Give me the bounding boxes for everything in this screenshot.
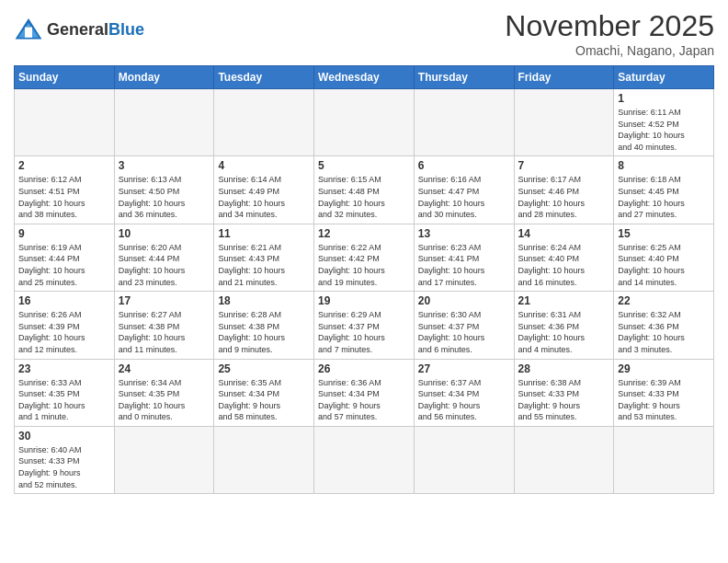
day-number: 26: [318, 362, 410, 375]
day-number: 4: [218, 159, 310, 172]
calendar-cell: 21Sunrise: 6:31 AM Sunset: 4:36 PM Dayli…: [514, 292, 614, 359]
cell-content: Sunrise: 6:17 AM Sunset: 4:46 PM Dayligh…: [518, 174, 610, 220]
cell-content: Sunrise: 6:23 AM Sunset: 4:41 PM Dayligh…: [418, 242, 510, 288]
day-number: 25: [218, 362, 310, 375]
day-number: 3: [119, 159, 210, 172]
day-number: 12: [318, 227, 410, 240]
calendar-cell: 20Sunrise: 6:30 AM Sunset: 4:37 PM Dayli…: [414, 292, 514, 359]
day-number: 28: [518, 362, 610, 375]
calendar-cell: [114, 426, 214, 493]
day-number: 30: [18, 430, 110, 442]
header: GeneralBlue November 2025 Omachi, Nagano…: [14, 9, 714, 58]
calendar-cell: 6Sunrise: 6:16 AM Sunset: 4:47 PM Daylig…: [414, 156, 514, 224]
cell-content: Sunrise: 6:14 AM Sunset: 4:49 PM Dayligh…: [218, 174, 310, 220]
calendar-cell: 7Sunrise: 6:17 AM Sunset: 4:46 PM Daylig…: [514, 156, 614, 224]
day-number: 24: [119, 362, 210, 375]
day-number: 15: [618, 227, 710, 240]
calendar-cell: [414, 89, 514, 156]
cell-content: Sunrise: 6:33 AM Sunset: 4:35 PM Dayligh…: [18, 377, 110, 423]
calendar-cell: 2Sunrise: 6:12 AM Sunset: 4:51 PM Daylig…: [15, 156, 115, 224]
calendar-header-row: SundayMondayTuesdayWednesdayThursdayFrid…: [15, 66, 714, 89]
cell-content: Sunrise: 6:15 AM Sunset: 4:48 PM Dayligh…: [318, 174, 410, 220]
svg-rect-2: [25, 28, 32, 38]
cell-content: Sunrise: 6:35 AM Sunset: 4:34 PM Dayligh…: [218, 377, 310, 423]
cell-content: Sunrise: 6:20 AM Sunset: 4:44 PM Dayligh…: [119, 242, 210, 288]
cell-content: Sunrise: 6:34 AM Sunset: 4:35 PM Dayligh…: [119, 377, 210, 423]
calendar-cell: 29Sunrise: 6:39 AM Sunset: 4:33 PM Dayli…: [614, 359, 714, 426]
cell-content: Sunrise: 6:31 AM Sunset: 4:36 PM Dayligh…: [518, 309, 610, 355]
cell-content: Sunrise: 6:24 AM Sunset: 4:40 PM Dayligh…: [518, 242, 610, 288]
day-number: 5: [318, 159, 410, 172]
calendar-cell: 30Sunrise: 6:40 AM Sunset: 4:33 PM Dayli…: [15, 426, 115, 493]
day-number: 27: [418, 362, 510, 375]
cell-content: Sunrise: 6:30 AM Sunset: 4:37 PM Dayligh…: [418, 309, 510, 355]
calendar-cell: 16Sunrise: 6:26 AM Sunset: 4:39 PM Dayli…: [15, 292, 115, 359]
calendar-cell: [614, 426, 714, 493]
cell-content: Sunrise: 6:38 AM Sunset: 4:33 PM Dayligh…: [518, 377, 610, 423]
day-number: 16: [18, 294, 110, 307]
calendar-cell: 27Sunrise: 6:37 AM Sunset: 4:34 PM Dayli…: [414, 359, 514, 426]
cell-content: Sunrise: 6:37 AM Sunset: 4:34 PM Dayligh…: [418, 377, 510, 423]
day-number: 21: [518, 294, 610, 307]
calendar-cell: 12Sunrise: 6:22 AM Sunset: 4:42 PM Dayli…: [314, 224, 415, 291]
cell-content: Sunrise: 6:28 AM Sunset: 4:38 PM Dayligh…: [218, 309, 310, 355]
week-row-5: 30Sunrise: 6:40 AM Sunset: 4:33 PM Dayli…: [15, 426, 714, 493]
cell-content: Sunrise: 6:21 AM Sunset: 4:43 PM Dayligh…: [218, 242, 310, 288]
cell-content: Sunrise: 6:29 AM Sunset: 4:37 PM Dayligh…: [318, 309, 410, 355]
calendar-cell: [514, 89, 614, 156]
cell-content: Sunrise: 6:13 AM Sunset: 4:50 PM Dayligh…: [119, 174, 210, 220]
calendar-cell: 23Sunrise: 6:33 AM Sunset: 4:35 PM Dayli…: [15, 359, 115, 426]
day-number: 14: [518, 227, 610, 240]
day-number: 29: [618, 362, 710, 375]
calendar-cell: 10Sunrise: 6:20 AM Sunset: 4:44 PM Dayli…: [114, 224, 214, 291]
cell-content: Sunrise: 6:27 AM Sunset: 4:38 PM Dayligh…: [119, 309, 210, 355]
logo-text: GeneralBlue: [47, 20, 144, 40]
day-header-thursday: Thursday: [414, 66, 514, 89]
day-header-tuesday: Tuesday: [214, 66, 314, 89]
day-number: 18: [218, 294, 310, 307]
day-header-saturday: Saturday: [614, 66, 714, 89]
page: GeneralBlue November 2025 Omachi, Nagano…: [0, 0, 728, 508]
calendar-cell: 28Sunrise: 6:38 AM Sunset: 4:33 PM Dayli…: [514, 359, 614, 426]
calendar-cell: [314, 89, 415, 156]
cell-content: Sunrise: 6:26 AM Sunset: 4:39 PM Dayligh…: [18, 309, 110, 355]
calendar-cell: [314, 426, 415, 493]
cell-content: Sunrise: 6:39 AM Sunset: 4:33 PM Dayligh…: [618, 377, 710, 423]
day-number: 7: [518, 159, 610, 172]
day-number: 22: [618, 294, 710, 307]
logo-icon: [14, 17, 43, 42]
day-number: 11: [218, 227, 310, 240]
calendar-cell: [214, 89, 314, 156]
location: Omachi, Nagano, Japan: [505, 43, 714, 58]
cell-content: Sunrise: 6:22 AM Sunset: 4:42 PM Dayligh…: [318, 242, 410, 288]
calendar-cell: 14Sunrise: 6:24 AM Sunset: 4:40 PM Dayli…: [514, 224, 614, 291]
day-number: 1: [618, 92, 710, 105]
logo: GeneralBlue: [14, 17, 144, 42]
day-header-wednesday: Wednesday: [314, 66, 415, 89]
week-row-0: 1Sunrise: 6:11 AM Sunset: 4:52 PM Daylig…: [15, 89, 714, 156]
cell-content: Sunrise: 6:32 AM Sunset: 4:36 PM Dayligh…: [618, 309, 710, 355]
title-block: November 2025 Omachi, Nagano, Japan: [505, 9, 714, 58]
calendar-cell: [214, 426, 314, 493]
calendar-cell: 4Sunrise: 6:14 AM Sunset: 4:49 PM Daylig…: [214, 156, 314, 224]
day-number: 19: [318, 294, 410, 307]
day-header-monday: Monday: [114, 66, 214, 89]
cell-content: Sunrise: 6:18 AM Sunset: 4:45 PM Dayligh…: [618, 174, 710, 220]
day-number: 23: [18, 362, 110, 375]
cell-content: Sunrise: 6:11 AM Sunset: 4:52 PM Dayligh…: [618, 107, 710, 153]
calendar-cell: 15Sunrise: 6:25 AM Sunset: 4:40 PM Dayli…: [614, 224, 714, 291]
calendar-cell: [114, 89, 214, 156]
week-row-4: 23Sunrise: 6:33 AM Sunset: 4:35 PM Dayli…: [15, 359, 714, 426]
calendar-cell: 19Sunrise: 6:29 AM Sunset: 4:37 PM Dayli…: [314, 292, 415, 359]
calendar-cell: 17Sunrise: 6:27 AM Sunset: 4:38 PM Dayli…: [114, 292, 214, 359]
calendar-cell: [514, 426, 614, 493]
cell-content: Sunrise: 6:25 AM Sunset: 4:40 PM Dayligh…: [618, 242, 710, 288]
calendar-cell: [414, 426, 514, 493]
week-row-1: 2Sunrise: 6:12 AM Sunset: 4:51 PM Daylig…: [15, 156, 714, 224]
cell-content: Sunrise: 6:36 AM Sunset: 4:34 PM Dayligh…: [318, 377, 410, 423]
cell-content: Sunrise: 6:19 AM Sunset: 4:44 PM Dayligh…: [18, 242, 110, 288]
day-number: 9: [18, 227, 110, 240]
day-number: 20: [418, 294, 510, 307]
cell-content: Sunrise: 6:12 AM Sunset: 4:51 PM Dayligh…: [18, 174, 110, 220]
month-title: November 2025: [505, 9, 714, 43]
